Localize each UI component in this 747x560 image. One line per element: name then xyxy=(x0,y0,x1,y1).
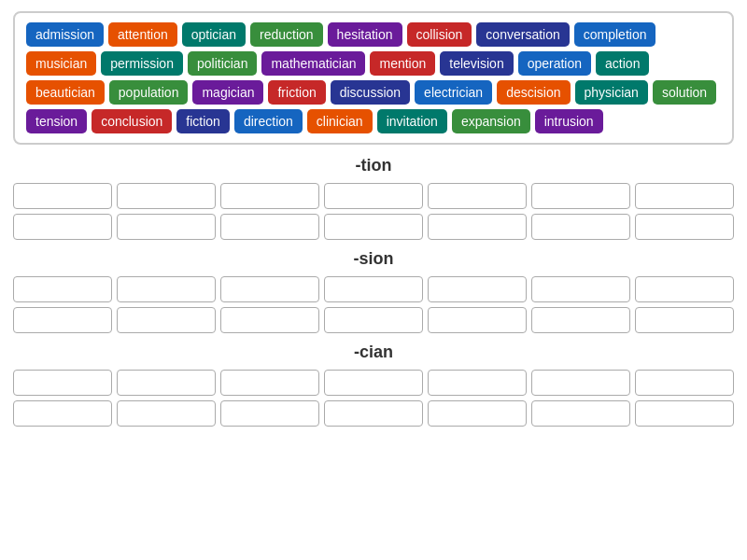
word-tile[interactable]: friction xyxy=(268,80,325,105)
answer-box[interactable] xyxy=(635,370,734,396)
answer-box[interactable] xyxy=(635,400,734,427)
answer-box[interactable] xyxy=(324,400,423,427)
answer-box[interactable] xyxy=(635,214,734,240)
answer-grid-sion-row1 xyxy=(13,307,734,333)
answer-box[interactable] xyxy=(428,276,527,302)
answer-box[interactable] xyxy=(220,370,319,396)
answer-grid-sion-row0 xyxy=(13,276,734,302)
answer-box[interactable] xyxy=(220,307,319,333)
answer-box[interactable] xyxy=(13,183,112,209)
word-tile[interactable]: conversation xyxy=(476,22,569,47)
word-tile[interactable]: permission xyxy=(101,51,183,76)
word-tile[interactable]: completion xyxy=(574,22,656,47)
answer-box[interactable] xyxy=(531,183,630,209)
word-tile[interactable]: solution xyxy=(653,80,716,105)
answer-box[interactable] xyxy=(13,307,112,333)
word-tile[interactable]: beautician xyxy=(26,80,105,105)
word-tile[interactable]: hesitation xyxy=(328,22,402,47)
section-title-sion: -sion xyxy=(13,249,734,269)
answer-box[interactable] xyxy=(428,400,527,427)
answer-box[interactable] xyxy=(324,276,423,302)
word-tile[interactable]: conclusion xyxy=(92,109,172,133)
answer-box[interactable] xyxy=(117,370,216,396)
word-tile[interactable]: operation xyxy=(518,51,591,76)
answer-box[interactable] xyxy=(117,276,216,302)
answer-box[interactable] xyxy=(531,307,630,333)
word-tile[interactable]: intrusion xyxy=(535,109,603,133)
section-title-cian: -cian xyxy=(13,343,734,362)
word-tile[interactable]: tension xyxy=(26,109,87,133)
answer-box[interactable] xyxy=(13,276,112,302)
word-tile[interactable]: attention xyxy=(108,22,177,47)
answer-box[interactable] xyxy=(428,183,527,209)
answer-box[interactable] xyxy=(117,214,216,240)
word-tile[interactable]: mathematician xyxy=(261,51,365,76)
answer-box[interactable] xyxy=(635,307,734,333)
answer-box[interactable] xyxy=(220,276,319,302)
answer-box[interactable] xyxy=(531,214,630,240)
answer-box[interactable] xyxy=(220,400,319,427)
section-cian: -cian xyxy=(13,343,734,427)
answer-box[interactable] xyxy=(428,307,527,333)
word-tile[interactable]: electrician xyxy=(415,80,492,105)
answer-box[interactable] xyxy=(13,370,112,396)
word-tile[interactable]: direction xyxy=(234,109,303,133)
section-tion: -tion xyxy=(13,156,734,240)
word-tile[interactable]: expansion xyxy=(452,109,530,133)
section-sion: -sion xyxy=(13,249,734,333)
answer-grid-tion-row1 xyxy=(13,214,734,240)
answer-box[interactable] xyxy=(13,400,112,427)
word-tile[interactable]: magician xyxy=(192,80,263,105)
answer-box[interactable] xyxy=(220,183,319,209)
word-tile[interactable]: population xyxy=(109,80,189,105)
answer-box[interactable] xyxy=(324,370,423,396)
answer-grid-tion-row0 xyxy=(13,183,734,209)
answer-box[interactable] xyxy=(13,214,112,240)
word-tile[interactable]: descision xyxy=(497,80,570,105)
answer-box[interactable] xyxy=(220,214,319,240)
word-tile[interactable]: politician xyxy=(188,51,257,76)
answer-grid-cian-row1 xyxy=(13,400,734,427)
answer-box[interactable] xyxy=(428,214,527,240)
answer-box[interactable] xyxy=(324,214,423,240)
word-tile[interactable]: discussion xyxy=(331,80,410,105)
word-tile[interactable]: collision xyxy=(407,22,472,47)
answer-box[interactable] xyxy=(531,276,630,302)
word-tile[interactable]: physician xyxy=(575,80,648,105)
answer-box[interactable] xyxy=(428,370,527,396)
word-tile[interactable]: invitation xyxy=(377,109,447,133)
answer-box[interactable] xyxy=(635,183,734,209)
word-tile[interactable]: optician xyxy=(182,22,246,47)
word-tile[interactable]: admission xyxy=(26,22,104,47)
section-title-tion: -tion xyxy=(13,156,734,175)
word-tile[interactable]: fiction xyxy=(176,109,230,133)
answer-box[interactable] xyxy=(531,370,630,396)
answer-box[interactable] xyxy=(324,183,423,209)
answer-grid-cian-row0 xyxy=(13,370,734,396)
answer-box[interactable] xyxy=(635,276,734,302)
answer-box[interactable] xyxy=(117,307,216,333)
word-tile[interactable]: action xyxy=(596,51,649,76)
word-tile[interactable]: musician xyxy=(26,51,96,76)
answer-box[interactable] xyxy=(531,400,630,427)
word-tile[interactable]: mention xyxy=(370,51,435,76)
word-bank: admissionattentionopticianreductionhesit… xyxy=(13,11,734,145)
word-tile[interactable]: television xyxy=(440,51,513,76)
word-tile[interactable]: clinician xyxy=(307,109,373,133)
answer-box[interactable] xyxy=(117,400,216,427)
answer-box[interactable] xyxy=(117,183,216,209)
word-tile[interactable]: reduction xyxy=(250,22,323,47)
answer-box[interactable] xyxy=(324,307,423,333)
